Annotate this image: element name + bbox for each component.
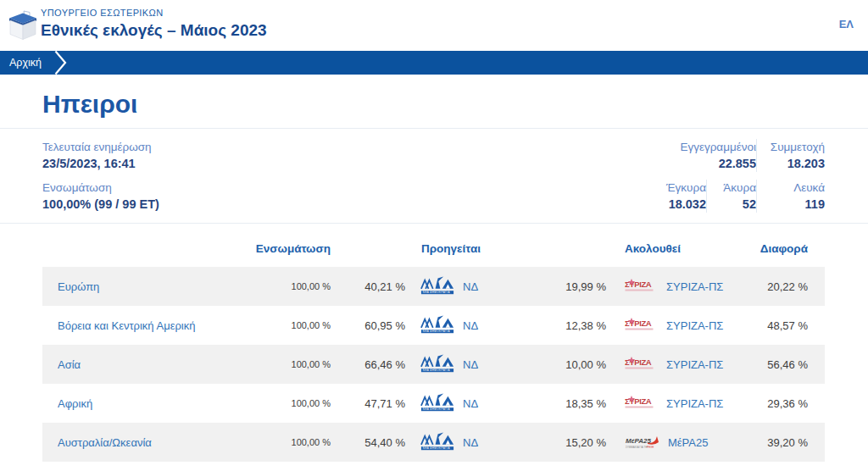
chevron-right-icon [53, 51, 68, 75]
syriza-party-logo-icon: ΣΥΡΙΖΑ [625, 278, 659, 293]
integration-value: 100,00% (99 / 99 ΕΤ) [42, 196, 159, 213]
following-party-cell: ΣΥΡΙΖΑ ΣΥΡΙΖΑ-ΠΣ [606, 317, 733, 335]
nd-party-logo-icon: ΝΕΑ ΔΗΜΟΚΡΑΤΙΑ [420, 275, 455, 298]
last-update-label: Τελευταία ενημέρωση [42, 139, 159, 155]
syriza-party-logo-icon: ΣΥΡΙΖΑ [625, 317, 659, 335]
svg-text:ΝΕΑ ΔΗΜΟΚΡΑΤΙΑ: ΝΕΑ ΔΗΜΟΚΡΑΤΙΑ [423, 407, 450, 411]
election-title: Εθνικές εκλογές – Μάιος 2023 [41, 21, 267, 40]
svg-text:ΣΥΜΜΑΧΙΑ ΓΙΑ ΤΗ: ΣΥΜΜΑΧΙΑ ΓΙΑ ΤΗ [626, 446, 647, 449]
leading-party-cell: ΝΕΑ ΔΗΜΟΚΡΑΤΙΑ ΝΔ [405, 314, 547, 337]
page-title: Ηπειροι [42, 88, 868, 120]
following-party-cell: ΣΥΡΙΖΑ ΣΥΡΙΖΑ-ΠΣ [606, 395, 733, 413]
blank-value: 119 [757, 196, 825, 213]
region-link[interactable]: Αφρική [58, 397, 92, 410]
language-toggle[interactable]: ΕΛ [839, 18, 854, 30]
table-header-row: Ενσωμάτωση Προηγείται Ακολουθεί Διαφορά [42, 230, 825, 267]
svg-text:ΣΥΡΙΖΑ: ΣΥΡΙΖΑ [625, 396, 652, 406]
svg-text:ΡΗΞΗ: ΡΗΞΗ [647, 446, 654, 449]
leading-party-cell: ΝΕΑ ΔΗΜΟΚΡΑΤΙΑ ΝΔ [405, 392, 547, 415]
syriza-party-logo-icon: ΣΥΡΙΖΑ [625, 395, 659, 410]
invalid-stat: Άκυρα 52 [706, 180, 756, 213]
valid-value: 18.032 [621, 196, 706, 213]
svg-text:ΝΕΑ ΔΗΜΟΚΡΑΤΙΑ: ΝΕΑ ΔΗΜΟΚΡΑΤΙΑ [423, 368, 450, 372]
blank-label: Λευκά [757, 180, 825, 196]
leading-party-label: ΝΔ [463, 358, 478, 371]
region-link[interactable]: Αυστραλία/Ωκεανία [58, 436, 152, 449]
region-link[interactable]: Ευρώπη [58, 280, 99, 293]
leading-party-cell: ΝΕΑ ΔΗΜΟΚΡΑΤΙΑ ΝΔ [405, 275, 547, 298]
last-update-stat: Τελευταία ενημέρωση 23/5/2023, 16:41 [42, 139, 159, 172]
integration-stat: Ενσωμάτωση 100,00% (99 / 99 ΕΤ) [42, 180, 159, 213]
turnout-value: 18.203 [757, 155, 825, 172]
mera25-party-logo-icon: ΜέΡΑ25ΣΥΜΜΑΧΙΑ ΓΙΑ ΤΗΡΗΞΗ [625, 433, 660, 450]
nd-party-logo-icon: ΝΕΑ ΔΗΜΟΚΡΑΤΙΑ [420, 392, 455, 415]
following-party-label: ΣΥΡΙΖΑ-ΠΣ [666, 397, 723, 410]
svg-text:ΣΥΡΙΖΑ: ΣΥΡΙΖΑ [625, 280, 652, 289]
table-row: Ασία 100,00 % 66,46 % ΝΕΑ ΔΗΜΟΚΡΑΤΙΑ [42, 345, 825, 384]
svg-text:ΝΕΑ ΔΗΜΟΚΡΑΤΙΑ: ΝΕΑ ΔΗΜΟΚΡΑΤΙΑ [423, 446, 450, 450]
region-link[interactable]: Ασία [58, 358, 81, 371]
turnout-stat: Συμμετοχή 18.203 [756, 139, 825, 172]
leading-percent-cell: 60,95 % [331, 319, 405, 332]
integration-cell: 100,00 % [254, 359, 331, 369]
invalid-label: Άκυρα [707, 180, 756, 196]
syriza-party-logo-icon: ΣΥΡΙΖΑ [625, 356, 659, 374]
difference-cell: 29,36 % [733, 397, 825, 410]
turnout-label: Συμμετοχή [757, 139, 825, 155]
table-row: Βόρεια και Κεντρική Αμερική 100,00 % 60,… [42, 306, 825, 345]
header-difference: Διαφορά [733, 242, 825, 255]
stats-left: Τελευταία ενημέρωση 23/5/2023, 16:41 Ενσ… [42, 139, 159, 213]
following-percent-cell: 19,99 % [547, 280, 606, 293]
syriza-party-logo-icon: ΣΥΡΙΖΑ [625, 356, 659, 371]
table-body: Ευρώπη 100,00 % 40,21 % ΝΕΑ ΔΗΜΟΚΡΑΤΙΑ [42, 267, 825, 462]
nd-party-logo-icon: ΝΕΑ ΔΗΜΟΚΡΑΤΙΑ [420, 431, 455, 454]
leading-party-label: ΝΔ [463, 436, 478, 449]
integration-cell: 100,00 % [254, 398, 331, 408]
following-percent-cell: 15,20 % [547, 436, 606, 449]
stats-row-2: Έγκυρα 18.032 Άκυρα 52 Λευκά 119 [621, 180, 825, 213]
region-link[interactable]: Βόρεια και Κεντρική Αμερική [58, 319, 195, 332]
following-party-label: ΣΥΡΙΖΑ-ΠΣ [666, 358, 723, 371]
stats-row-1: Εγγεγραμμένοι 22.855 Συμμετοχή 18.203 [654, 139, 825, 172]
following-party-label: ΣΥΡΙΖΑ-ΠΣ [666, 280, 723, 293]
table-row: Αυστραλία/Ωκεανία 100,00 % 54,40 % ΝΕΑ Δ… [42, 423, 825, 462]
leading-party-label: ΝΔ [463, 319, 478, 332]
svg-text:ΣΥΡΙΖΑ: ΣΥΡΙΖΑ [625, 319, 652, 328]
leading-percent-cell: 66,46 % [331, 358, 405, 371]
difference-cell: 56,46 % [733, 358, 825, 371]
integration-cell: 100,00 % [254, 437, 331, 447]
following-party-cell: ΣΥΡΙΖΑ ΣΥΡΙΖΑ-ΠΣ [606, 278, 733, 296]
invalid-value: 52 [707, 196, 756, 213]
following-percent-cell: 10,00 % [547, 358, 606, 371]
brand-block: ΥΠΟΥΡΓΕΙΟ ΕΣΩΤΕΡΙΚΩΝ Εθνικές εκλογές – Μ… [41, 8, 267, 40]
svg-text:ΝΕΑ ΔΗΜΟΚΡΑΤΙΑ: ΝΕΑ ΔΗΜΟΚΡΑΤΙΑ [423, 330, 450, 333]
blank-stat: Λευκά 119 [756, 180, 825, 213]
table-row: Ευρώπη 100,00 % 40,21 % ΝΕΑ ΔΗΜΟΚΡΑΤΙΑ [42, 267, 825, 306]
header-leading: Προηγείται [405, 242, 547, 255]
results-table: Ενσωμάτωση Προηγείται Ακολουθεί Διαφορά … [42, 230, 825, 462]
leading-party-cell: ΝΕΑ ΔΗΜΟΚΡΑΤΙΑ ΝΔ [405, 353, 547, 376]
syriza-party-logo-icon: ΣΥΡΙΖΑ [625, 278, 659, 296]
stats-section: Τελευταία ενημέρωση 23/5/2023, 16:41 Ενσ… [0, 129, 868, 223]
registered-stat: Εγγεγραμμένοι 22.855 [654, 139, 756, 172]
difference-cell: 48,57 % [733, 319, 825, 332]
svg-text:ΝΕΑ ΔΗΜΟΚΡΑΤΙΑ: ΝΕΑ ΔΗΜΟΚΡΑΤΙΑ [423, 291, 450, 294]
integration-label: Ενσωμάτωση [42, 180, 159, 196]
leading-percent-cell: 40,21 % [331, 280, 405, 293]
following-percent-cell: 12,38 % [547, 319, 606, 332]
following-party-label: ΜέΡΑ25 [668, 436, 708, 449]
divider [0, 223, 868, 224]
mera25-party-logo-icon: ΜέΡΑ25ΣΥΜΜΑΧΙΑ ΓΙΑ ΤΗΡΗΞΗ [625, 433, 660, 452]
breadcrumb-home-link[interactable]: Αρχική [0, 57, 53, 69]
stats-right: Εγγεγραμμένοι 22.855 Συμμετοχή 18.203 Έγ… [621, 139, 825, 213]
difference-cell: 20,22 % [733, 280, 825, 293]
svg-text:ΜέΡΑ25: ΜέΡΑ25 [626, 437, 651, 445]
following-party-cell: ΣΥΡΙΖΑ ΣΥΡΙΖΑ-ΠΣ [606, 356, 733, 374]
following-party-cell: ΜέΡΑ25ΣΥΜΜΑΧΙΑ ΓΙΑ ΤΗΡΗΞΗ ΜέΡΑ25 [606, 433, 733, 452]
following-party-label: ΣΥΡΙΖΑ-ΠΣ [666, 319, 723, 332]
header-following: Ακολουθεί [606, 242, 733, 255]
leading-percent-cell: 47,71 % [331, 397, 405, 410]
ballot-box-logo-icon [7, 9, 39, 42]
ministry-label: ΥΠΟΥΡΓΕΙΟ ΕΣΩΤΕΡΙΚΩΝ [41, 8, 267, 18]
leading-party-cell: ΝΕΑ ΔΗΜΟΚΡΑΤΙΑ ΝΔ [405, 431, 547, 454]
